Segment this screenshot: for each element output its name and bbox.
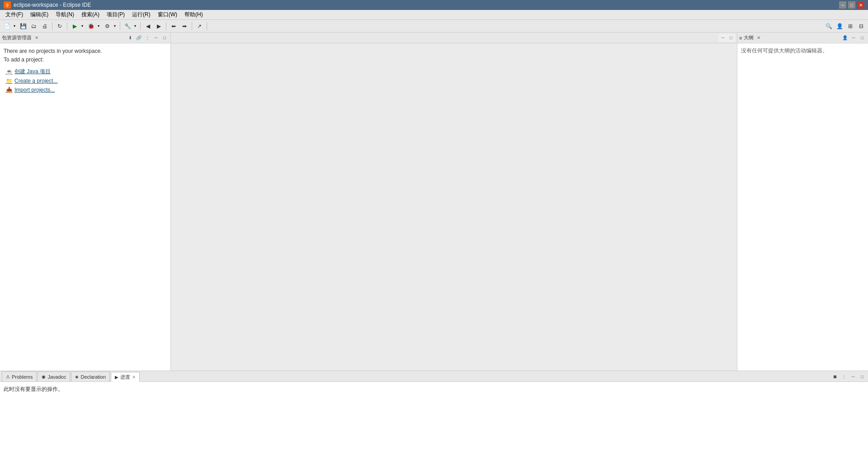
forward-button[interactable]: ➡ xyxy=(179,21,189,31)
profile-button[interactable]: ⚙ xyxy=(102,21,112,31)
separator-2 xyxy=(67,22,67,30)
run-dropdown[interactable]: ▶ ▾ xyxy=(70,21,85,31)
outline-title-area: ≡ 大纲 ✕ xyxy=(739,34,762,41)
new-arrow[interactable]: ▾ xyxy=(12,21,17,31)
tab-declaration-label: Declaration xyxy=(80,374,106,380)
ext-tools-arrow[interactable]: ▾ xyxy=(132,21,138,31)
bottom-minimize-button[interactable]: ─ xyxy=(849,372,857,381)
tab-declaration[interactable]: ◈ Declaration xyxy=(71,371,110,381)
minimize-editor-button[interactable]: ─ xyxy=(719,34,727,42)
editor-panel: ─ □ xyxy=(171,33,737,371)
package-explorer-title: 包资源管理器 xyxy=(2,34,32,41)
outline-panel: ≡ 大纲 ✕ 👤 ─ □ 没有任何可提供大纲的活动编辑器。 xyxy=(737,33,868,371)
minimize-view-button[interactable]: ─ xyxy=(152,34,160,42)
editor-area[interactable] xyxy=(171,43,737,371)
outline-minimize-button[interactable]: ─ xyxy=(849,34,858,42)
create-project-link[interactable]: 📁 Create a project... xyxy=(5,77,167,85)
title-bar-left: ☿ eclipse-workspace - Eclipse IDE xyxy=(4,1,91,9)
next-edit-button[interactable]: ▶ xyxy=(154,21,164,31)
ext-tools-button[interactable]: 🔧 xyxy=(123,21,132,31)
restore-button[interactable]: □ xyxy=(848,1,855,9)
outline-user-button[interactable]: 👤 xyxy=(841,34,849,42)
prev-edit-button[interactable]: ◀ xyxy=(143,21,153,31)
outline-maximize-button[interactable]: □ xyxy=(858,34,866,42)
import-projects-icon: 📥 xyxy=(5,86,13,94)
new-dropdown[interactable]: 📄 ▾ xyxy=(2,21,17,31)
menu-help[interactable]: 帮助(H) xyxy=(181,10,207,19)
package-explorer-content: There are no projects in your workspace.… xyxy=(0,43,170,371)
outline-icon: ≡ xyxy=(739,35,742,41)
user-button[interactable]: 👤 xyxy=(835,21,844,31)
outline-message: 没有任何可提供大纲的活动编辑器。 xyxy=(741,47,828,54)
minimize-button[interactable]: ─ xyxy=(839,1,846,9)
bottom-tabs-bar: ⚠ Problems ◉ Javadoc ◈ Declaration ▶ 进度 … xyxy=(0,371,868,382)
debug-button[interactable]: 🐞 xyxy=(86,21,96,31)
save-all-button[interactable]: 🗂 xyxy=(29,21,39,31)
run-arrow[interactable]: ▾ xyxy=(80,21,85,31)
content-area: 包资源管理器 ✕ ⬇ 🔗 ⋮ ─ □ There are no projects… xyxy=(0,33,868,371)
bottom-maximize-button[interactable]: □ xyxy=(858,372,866,381)
separator-1 xyxy=(52,22,52,30)
window-title: eclipse-workspace - Eclipse IDE xyxy=(14,2,91,8)
separator-5 xyxy=(166,22,166,30)
new-button[interactable]: 📄 xyxy=(2,21,12,31)
toolbar: 📄 ▾ 💾 🗂 🖨 ↻ ▶ ▾ 🐞 ▾ ⚙ ▾ 🔧 ▾ ◀ ▶ ⬅ ➡ ↗ 🔍 … xyxy=(0,20,868,33)
tab-progress[interactable]: ▶ 进度 ✕ xyxy=(111,372,140,382)
maximize-editor-button[interactable]: □ xyxy=(727,34,735,42)
share-button[interactable]: ↗ xyxy=(194,21,204,31)
declaration-icon: ◈ xyxy=(75,374,79,379)
bottom-stop-button[interactable]: ⏹ xyxy=(831,372,839,381)
outline-panel-toolbar: 👤 ─ □ xyxy=(841,34,866,42)
search-global-button[interactable]: 🔍 xyxy=(824,21,834,31)
print-button[interactable]: 🖨 xyxy=(40,21,50,31)
menu-bar: 文件(F) 编辑(E) 导航(N) 搜索(A) 项目(P) 运行(R) 窗口(W… xyxy=(0,10,868,20)
debug-arrow[interactable]: ▾ xyxy=(96,21,101,31)
back-button[interactable]: ⬅ xyxy=(169,21,179,31)
separator-3 xyxy=(120,22,120,30)
tab-progress-label: 进度 xyxy=(120,374,130,381)
menu-run[interactable]: 运行(R) xyxy=(128,10,154,19)
bottom-menu-button[interactable]: ⋮ xyxy=(840,372,848,381)
ext-tools-dropdown[interactable]: 🔧 ▾ xyxy=(123,21,138,31)
view-menu-button[interactable]: ⋮ xyxy=(143,34,151,42)
create-java-project-label: 创建 Java 项目 xyxy=(14,68,51,75)
maximize-view-button[interactable]: □ xyxy=(160,34,169,42)
create-java-project-link[interactable]: ☕ 创建 Java 项目 xyxy=(5,68,167,75)
open-perspective-button[interactable]: ⊟ xyxy=(856,21,866,31)
package-explorer-header: 包资源管理器 ✕ ⬇ 🔗 ⋮ ─ □ xyxy=(0,33,170,43)
refresh-button[interactable]: ↻ xyxy=(55,21,65,31)
separator-6 xyxy=(192,22,192,30)
menu-edit[interactable]: 编辑(E) xyxy=(27,10,52,19)
title-bar: ☿ eclipse-workspace - Eclipse IDE ─ □ ✕ xyxy=(0,0,868,10)
tab-problems-label: Problems xyxy=(12,374,33,380)
import-projects-link[interactable]: 📥 Import projects... xyxy=(5,86,167,94)
close-button[interactable]: ✕ xyxy=(857,1,864,9)
package-explorer-close[interactable]: ✕ xyxy=(33,35,40,41)
menu-project[interactable]: 项目(P) xyxy=(103,10,128,19)
tab-progress-close[interactable]: ✕ xyxy=(132,375,136,380)
save-button[interactable]: 💾 xyxy=(18,21,28,31)
run-button[interactable]: ▶ xyxy=(70,21,80,31)
profile-dropdown[interactable]: ⚙ ▾ xyxy=(102,21,118,31)
menu-search[interactable]: 搜索(A) xyxy=(78,10,103,19)
tab-javadoc[interactable]: ◉ Javadoc xyxy=(38,371,70,381)
bottom-content: 此时没有要显示的操作。 xyxy=(0,382,868,470)
perspective-button[interactable]: ⊞ xyxy=(845,21,855,31)
profile-arrow[interactable]: ▾ xyxy=(112,21,118,31)
menu-window[interactable]: 窗口(W) xyxy=(154,10,181,19)
collapse-all-button[interactable]: ⬇ xyxy=(126,34,134,42)
menu-file[interactable]: 文件(F) xyxy=(2,10,27,19)
package-explorer-panel: 包资源管理器 ✕ ⬇ 🔗 ⋮ ─ □ There are no projects… xyxy=(0,33,171,371)
window-controls[interactable]: ─ □ ✕ xyxy=(839,1,864,9)
link-editor-button[interactable]: 🔗 xyxy=(135,34,143,42)
debug-dropdown[interactable]: 🐞 ▾ xyxy=(86,21,101,31)
outline-header: ≡ 大纲 ✕ 👤 ─ □ xyxy=(737,33,868,43)
tab-problems[interactable]: ⚠ Problems xyxy=(2,371,37,381)
menu-nav[interactable]: 导航(N) xyxy=(52,10,78,19)
java-project-icon: ☕ xyxy=(5,68,13,75)
outline-close[interactable]: ✕ xyxy=(755,35,762,41)
tab-javadoc-label: Javadoc xyxy=(47,374,66,380)
outline-content: 没有任何可提供大纲的活动编辑器。 xyxy=(737,43,868,371)
main-layout: 包资源管理器 ✕ ⬇ 🔗 ⋮ ─ □ There are no projects… xyxy=(0,33,868,470)
editor-header: ─ □ xyxy=(171,33,737,43)
